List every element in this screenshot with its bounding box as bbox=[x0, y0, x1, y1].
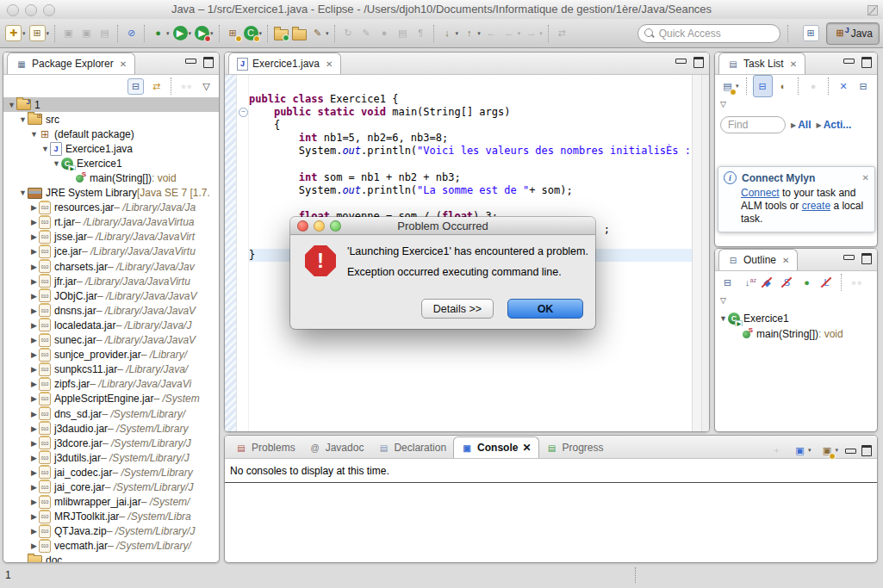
create-link[interactable]: create bbox=[802, 200, 830, 212]
expand-arrow-icon[interactable]: ▶ bbox=[29, 247, 39, 256]
tab-problems[interactable]: ▤Problems bbox=[228, 437, 302, 458]
fullscreen-icon[interactable] bbox=[867, 5, 878, 15]
tree-row-sunjce-provider-jar[interactable]: ▶010sunjce_provider.jar – /Library/ bbox=[3, 348, 219, 362]
run-external-tools-button[interactable]: ▶▾ bbox=[193, 23, 215, 44]
expand-arrow-icon[interactable]: ▶ bbox=[29, 336, 39, 344]
expand-arrow-icon[interactable]: ▶ bbox=[29, 203, 39, 212]
expand-arrow-icon[interactable]: ▶ bbox=[29, 512, 39, 521]
tree-row-dnsns-jar[interactable]: ▶010dnsns.jar – /Library/Java/JavaV bbox=[3, 303, 219, 318]
tree-row-jfr-jar[interactable]: ▶010jfr.jar – /Library/Java/JavaVirtu bbox=[3, 274, 219, 288]
collapse-all-button[interactable]: ⊟ bbox=[126, 76, 146, 96]
open-perspective-button[interactable]: ⊞ bbox=[801, 23, 821, 44]
minimize-view-icon[interactable] bbox=[185, 59, 196, 64]
next-edit-location-button[interactable]: ↻ bbox=[339, 23, 358, 44]
mark-occurrences-button[interactable]: ✎ bbox=[358, 23, 376, 44]
tree-row-rt-jar[interactable]: ▶010rt.jar – /Library/Java/JavaVirtua bbox=[3, 215, 219, 230]
type-hierarchy-button[interactable]: ● bbox=[376, 23, 394, 44]
close-icon[interactable]: ✕ bbox=[790, 59, 797, 69]
display-selected-console-button[interactable]: ▣▾ bbox=[791, 440, 813, 461]
collapse-arrow-icon[interactable]: ▼ bbox=[18, 189, 28, 197]
tree-row-src[interactable]: ▼src bbox=[3, 112, 219, 127]
tab-outline[interactable]: ⊟ Outline ✕ bbox=[718, 249, 798, 270]
tree-row-applescriptengine-jar[interactable]: ▶010AppleScriptEngine.jar – /System bbox=[3, 392, 219, 406]
collapse-arrow-icon[interactable]: ▼ bbox=[18, 115, 28, 124]
collapse-arrow-icon[interactable]: ▼ bbox=[718, 314, 728, 323]
zoom-icon[interactable] bbox=[330, 220, 341, 232]
dialog-title-bar[interactable]: Problem Occurred bbox=[290, 217, 595, 235]
back-button[interactable]: ←▾ bbox=[501, 23, 523, 44]
tab-declaration[interactable]: ▤Declaration bbox=[370, 437, 453, 458]
tree-row-jobjc-jar[interactable]: ▶010JObjC.jar – /Library/Java/JavaV bbox=[3, 288, 219, 303]
tree-row-exercice1[interactable]: ▼CExercice1 bbox=[715, 311, 877, 326]
print-button[interactable]: ▤ bbox=[96, 23, 114, 44]
link-with-editor-button[interactable]: ⇄ bbox=[147, 76, 165, 96]
minimize-view-icon[interactable] bbox=[675, 59, 687, 64]
maximize-view-icon[interactable] bbox=[203, 57, 214, 68]
maximize-view-icon[interactable] bbox=[861, 445, 872, 456]
expand-arrow-icon[interactable]: ▶ bbox=[29, 527, 39, 535]
expand-arrow-icon[interactable]: ▶ bbox=[29, 380, 39, 388]
minimize-icon[interactable] bbox=[314, 220, 325, 232]
tree-row-1[interactable]: ▼1 bbox=[3, 97, 219, 112]
filter-all[interactable]: ▶ All bbox=[791, 119, 811, 131]
new-task-button[interactable]: ▤▾ bbox=[718, 76, 741, 96]
expand-arrow-icon[interactable]: ▶ bbox=[29, 277, 39, 286]
ok-button[interactable]: OK bbox=[507, 299, 583, 319]
tree-row-jai-core-jar[interactable]: ▶010jai_core.jar – /System/Library/J bbox=[3, 480, 219, 494]
expand-arrow-icon[interactable]: ▶ bbox=[29, 424, 39, 433]
tab-progress[interactable]: ▤Progress bbox=[539, 437, 611, 458]
expand-arrow-icon[interactable]: ▶ bbox=[29, 292, 39, 300]
debug-button[interactable]: ●▾ bbox=[149, 23, 171, 44]
tree-row-qtjava-zip[interactable]: ▶010QTJava.zip – /System/Library/J bbox=[3, 524, 219, 539]
open-task-button[interactable] bbox=[272, 23, 290, 44]
close-icon[interactable]: ✕ bbox=[326, 59, 333, 69]
tree-row-main-string-[interactable]: Smain(String[]) : void bbox=[3, 170, 219, 185]
expand-arrow-icon[interactable]: ▶ bbox=[29, 350, 39, 359]
tab-exercice1-java[interactable]: J Exercice1.java ✕ bbox=[228, 53, 341, 74]
scheduled-view-button[interactable]: ◐ bbox=[774, 76, 793, 96]
maximize-view-icon[interactable] bbox=[861, 253, 872, 264]
title-bar[interactable]: Java – 1/src/Exercice1.java - Eclipse - … bbox=[0, 0, 883, 20]
filter-activated[interactable]: ▶ Acti... bbox=[817, 119, 852, 131]
hide-local-types-button[interactable]: L bbox=[818, 272, 836, 293]
menu-extra-button[interactable]: ●● bbox=[848, 272, 866, 293]
tree-row-j3dutils-jar[interactable]: ▶010j3dutils.jar – /System/Library/J bbox=[3, 450, 219, 465]
expand-arrow-icon[interactable]: ▶ bbox=[29, 232, 39, 241]
hide-completed-button[interactable]: ✕ bbox=[835, 76, 853, 96]
tree-row-mlibwrapper-jai-jar[interactable]: ▶010mlibwrapper_jai.jar – /System/ bbox=[3, 495, 219, 510]
tree-row-main-string-[interactable]: Smain(String[]) : void bbox=[715, 326, 877, 342]
tab-package-explorer[interactable]: ▦ Package Explorer ✕ bbox=[7, 53, 135, 74]
forward-button[interactable]: →▾ bbox=[522, 23, 544, 44]
open-console-button[interactable]: ▣▾ bbox=[818, 440, 840, 461]
skip-all-breakpoints-button[interactable]: ⊘ bbox=[122, 23, 140, 44]
link-with-editor-button[interactable]: ⇄ bbox=[553, 23, 571, 44]
expand-arrow-icon[interactable]: ▶ bbox=[29, 483, 39, 492]
tree-row-resources-jar[interactable]: ▶010resources.jar – /Library/Java/Ja bbox=[3, 201, 219, 215]
collapse-arrow-icon[interactable]: ▼ bbox=[29, 130, 39, 139]
focus-on-workweek-button[interactable]: ● bbox=[805, 76, 823, 96]
editor-scrollbar[interactable] bbox=[692, 75, 701, 431]
show-whitespace-button[interactable]: ¶ bbox=[412, 23, 430, 44]
tab-console[interactable]: ▣Console✕ bbox=[453, 436, 538, 458]
collapse-all-button[interactable]: ⊟ bbox=[718, 272, 737, 293]
tree-row-jsse-jar[interactable]: ▶010jsse.jar – /Library/Java/JavaVirt bbox=[3, 230, 219, 244]
tree-row-vecmath-jar[interactable]: ▶010vecmath.jar – /System/Library/ bbox=[3, 539, 219, 554]
close-icon[interactable]: ✕ bbox=[782, 256, 789, 265]
new-button[interactable]: ✚▾ bbox=[3, 23, 28, 44]
expand-arrow-icon[interactable]: ▶ bbox=[29, 454, 39, 462]
tree-row-exercice1-java[interactable]: ▼JExercice1.java bbox=[3, 141, 219, 156]
tree-row-jai-codec-jar[interactable]: ▶010jai_codec.jar – /System/Library bbox=[3, 465, 219, 480]
collapse-arrow-icon[interactable]: ▼ bbox=[52, 159, 61, 168]
open-resource-button[interactable] bbox=[290, 23, 308, 44]
expand-arrow-icon[interactable]: ▶ bbox=[29, 498, 39, 506]
connect-link[interactable]: Connect bbox=[741, 187, 780, 199]
expand-arrow-icon[interactable]: ▶ bbox=[29, 365, 39, 374]
new-java-project-button[interactable]: ⊞▾ bbox=[28, 23, 52, 44]
close-icon[interactable]: ✕ bbox=[522, 442, 531, 454]
tree-row-zipfs-jar[interactable]: ▶010zipfs.jar – /Library/Java/JavaVi bbox=[3, 377, 219, 392]
hide-fields-button[interactable]: ◆ bbox=[758, 272, 776, 293]
last-edit-location-button[interactable]: ← bbox=[482, 23, 501, 44]
show-table-button[interactable]: ▤ bbox=[394, 23, 412, 44]
expand-arrow-icon[interactable]: ▶ bbox=[29, 468, 39, 477]
previous-annotation-button[interactable]: ↑▾ bbox=[460, 23, 482, 44]
